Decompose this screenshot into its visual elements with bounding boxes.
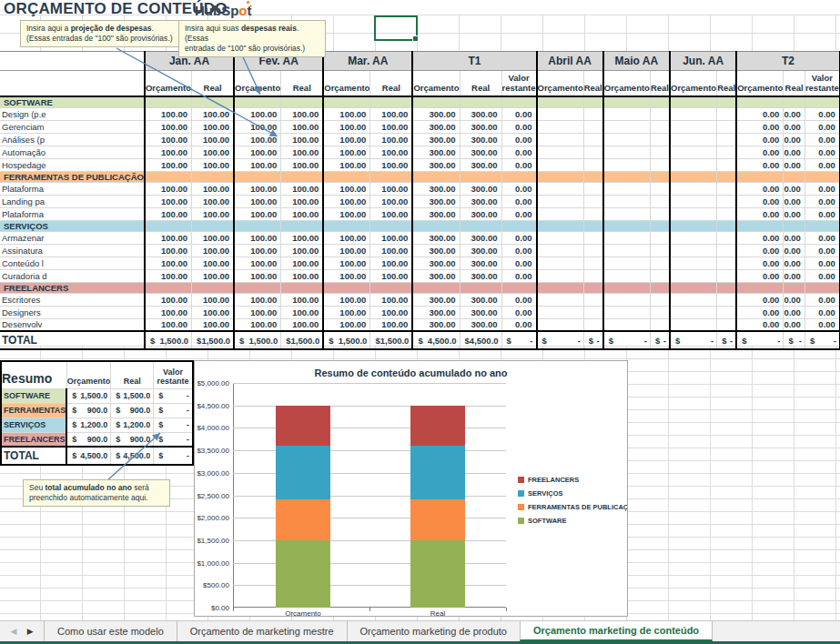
section-cell[interactable] [192, 282, 235, 293]
section-cell[interactable] [583, 171, 603, 182]
section-cell[interactable] [603, 220, 651, 231]
data-cell[interactable]: 100.00 [281, 244, 324, 257]
data-cell[interactable]: 100.00 [323, 306, 370, 318]
data-cell[interactable] [650, 133, 670, 146]
data-cell[interactable] [537, 146, 584, 158]
data-cell[interactable]: 0.00 [736, 182, 784, 195]
col-header[interactable]: Orçamento [323, 71, 370, 96]
tab-Orçamento marketing de conteúdo[interactable]: Orçamento marketing de conteúdo [520, 621, 713, 641]
section-cell[interactable] [805, 282, 839, 293]
data-cell[interactable]: 100.00 [323, 182, 370, 195]
data-cell[interactable] [603, 133, 651, 146]
section-cell[interactable] [603, 282, 651, 293]
summary-total-cell[interactable]: $4,500.0 [66, 447, 111, 465]
section-cell[interactable] [370, 220, 413, 231]
data-cell[interactable] [717, 120, 737, 133]
data-cell[interactable]: 0.00 [501, 318, 536, 331]
col-header[interactable]: Real [192, 71, 235, 96]
data-cell[interactable]: 100.00 [192, 120, 235, 133]
data-cell[interactable]: 100.00 [370, 207, 413, 220]
total-cell[interactable]: $- [736, 331, 784, 349]
section-label[interactable]: SOFTWARE [0, 96, 145, 108]
section-cell[interactable] [603, 96, 651, 108]
data-cell[interactable]: 100.00 [145, 318, 192, 331]
data-cell[interactable]: 0.00 [784, 318, 805, 331]
data-cell[interactable]: 300.00 [412, 182, 460, 195]
data-cell[interactable]: 100.00 [234, 244, 281, 257]
col-header[interactable]: Real [650, 71, 670, 96]
data-cell[interactable]: 300.00 [412, 244, 460, 257]
total-cell[interactable]: $1,500.0 [145, 331, 192, 349]
data-cell[interactable]: 0.00 [805, 318, 839, 331]
total-cell[interactable]: $- [537, 331, 584, 349]
summary-cell[interactable]: $1,500.0 [66, 388, 111, 403]
section-cell[interactable] [805, 171, 839, 182]
data-cell[interactable]: 0.00 [805, 195, 839, 207]
data-cell[interactable] [717, 306, 737, 318]
data-cell[interactable] [537, 257, 584, 269]
row-label[interactable]: Curadoria d [0, 269, 145, 282]
data-cell[interactable]: 100.00 [192, 146, 235, 158]
data-cell[interactable]: 100.00 [192, 195, 235, 207]
data-cell[interactable]: 0.00 [805, 293, 839, 306]
summary-cell[interactable]: $1,500.0 [111, 388, 154, 403]
section-cell[interactable] [583, 220, 603, 231]
data-cell[interactable] [717, 107, 737, 120]
section-cell[interactable] [537, 171, 584, 182]
data-cell[interactable] [537, 306, 584, 318]
data-cell[interactable]: 100.00 [145, 293, 192, 306]
data-cell[interactable]: 100.00 [234, 158, 281, 171]
data-cell[interactable] [583, 158, 603, 171]
section-cell[interactable] [784, 282, 805, 293]
data-cell[interactable]: 0.00 [736, 318, 784, 331]
month-header-Jun. AA[interactable]: Jun. AA [670, 52, 736, 71]
data-cell[interactable]: 300.00 [412, 195, 460, 207]
data-cell[interactable]: 0.00 [501, 158, 536, 171]
summary-col-header[interactable]: Real [111, 361, 154, 388]
data-cell[interactable]: 0.00 [805, 133, 839, 146]
data-cell[interactable]: 0.00 [501, 244, 536, 257]
total-cell[interactable]: $1,500.0 [234, 331, 281, 349]
row-label[interactable]: Escritores [0, 293, 145, 306]
month-header-Mar. AA[interactable]: Mar. AA [323, 52, 412, 71]
col-header[interactable]: Real [583, 71, 603, 96]
data-cell[interactable]: 300.00 [460, 195, 501, 207]
data-cell[interactable]: 100.00 [370, 146, 413, 158]
data-cell[interactable] [603, 146, 651, 158]
section-cell[interactable] [460, 282, 501, 293]
data-cell[interactable] [583, 195, 603, 207]
data-cell[interactable]: 100.00 [192, 207, 235, 220]
section-cell[interactable] [670, 96, 717, 108]
data-cell[interactable]: 100.00 [192, 244, 235, 257]
data-cell[interactable]: 100.00 [323, 195, 370, 207]
section-cell[interactable] [412, 96, 460, 108]
section-cell[interactable] [412, 282, 460, 293]
data-cell[interactable]: 100.00 [145, 257, 192, 269]
data-cell[interactable]: 300.00 [460, 107, 501, 120]
data-cell[interactable]: 0.00 [805, 269, 839, 282]
data-cell[interactable]: 100.00 [370, 269, 413, 282]
col-header[interactable]: Real [370, 71, 413, 96]
summary-cell[interactable]: $900.0 [66, 403, 111, 418]
data-cell[interactable] [583, 231, 603, 244]
col-header[interactable]: Real [717, 71, 737, 96]
data-cell[interactable]: 0.00 [805, 306, 839, 318]
data-cell[interactable]: 0.00 [501, 182, 536, 195]
row-label[interactable]: Análises (p [0, 133, 145, 146]
data-cell[interactable]: 100.00 [323, 293, 370, 306]
data-cell[interactable] [670, 133, 717, 146]
data-cell[interactable]: 100.00 [192, 107, 235, 120]
data-cell[interactable]: 0.00 [805, 182, 839, 195]
data-cell[interactable] [670, 269, 717, 282]
data-cell[interactable]: 300.00 [412, 158, 460, 171]
data-cell[interactable]: 0.00 [805, 231, 839, 244]
data-cell[interactable] [717, 293, 737, 306]
section-cell[interactable] [234, 171, 281, 182]
data-cell[interactable]: 0.00 [736, 120, 784, 133]
data-cell[interactable]: 100.00 [145, 133, 192, 146]
data-cell[interactable]: 0.00 [805, 244, 839, 257]
data-cell[interactable] [603, 120, 651, 133]
data-cell[interactable]: 100.00 [192, 182, 235, 195]
data-cell[interactable] [583, 306, 603, 318]
data-cell[interactable]: 300.00 [460, 269, 501, 282]
